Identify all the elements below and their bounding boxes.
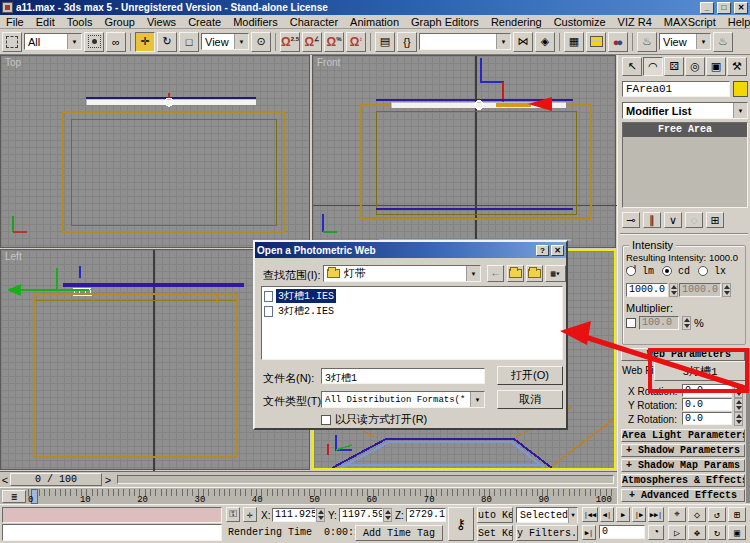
auto-key-button[interactable]: uto Key xyxy=(477,507,513,523)
time-slider[interactable]: < 0 / 100 > xyxy=(0,471,617,487)
y-rotation-spinner[interactable] xyxy=(734,398,743,412)
new-folder-icon[interactable] xyxy=(526,265,543,282)
stack-item-free-area[interactable]: Free Area xyxy=(623,123,747,137)
tab-display[interactable]: ▣ xyxy=(706,57,726,76)
min-max-toggle-icon[interactable]: ▣ xyxy=(728,525,746,540)
chevron-down-icon[interactable]: ▼ xyxy=(470,392,484,407)
cancel-button[interactable]: 取消 xyxy=(497,390,563,409)
absolute-offset-toggle-icon[interactable]: ✛ xyxy=(243,507,257,522)
viewport-front[interactable]: Front xyxy=(312,55,616,248)
configure-modifier-sets-button[interactable]: ⊞ xyxy=(706,212,724,228)
selected-filter-combo[interactable]: Selected▼ xyxy=(516,507,578,523)
panel-scrollbar[interactable] xyxy=(746,348,750,503)
next-frame-icon[interactable]: |▶ xyxy=(632,507,646,522)
selection-lock-icon[interactable]: ⚿ xyxy=(226,507,240,522)
time-slider-left-arrow[interactable]: < xyxy=(0,474,10,486)
quick-render-icon[interactable]: ♨ xyxy=(713,32,733,52)
field-of-view-icon[interactable]: ▷ xyxy=(668,525,686,540)
maxscript-mini-listener[interactable] xyxy=(2,524,222,541)
object-name-field[interactable]: FArea01 xyxy=(622,81,730,97)
maximize-button[interactable]: □ xyxy=(717,2,731,14)
play-icon[interactable]: ▶ xyxy=(616,507,630,522)
zoom-extents-all-icon[interactable]: ⊞ xyxy=(728,507,746,522)
curve-editor-icon[interactable] xyxy=(586,32,606,52)
y-coordinate-field[interactable]: 1197.596 xyxy=(339,508,383,522)
select-and-link-icon[interactable]: ∞ xyxy=(106,32,126,52)
set-key-button[interactable]: Set Key xyxy=(477,525,513,541)
menu-customize[interactable]: Customize xyxy=(548,16,612,28)
menu-modifiers[interactable]: Modifiers xyxy=(227,16,284,28)
menu-help[interactable]: Help xyxy=(722,16,750,28)
radio-cd[interactable]: cd xyxy=(662,266,690,277)
reference-coordinate-combo[interactable]: View▼ xyxy=(201,33,249,50)
use-pivot-center-icon[interactable]: ⊙ xyxy=(251,32,271,52)
radio-lm[interactable]: lm xyxy=(626,266,654,277)
close-button[interactable]: ✕ xyxy=(734,2,748,14)
zoom-icon[interactable]: ⌖ xyxy=(668,507,686,522)
web-file-button[interactable]: 3灯槽1 xyxy=(654,361,746,381)
x-rotation-field[interactable]: 0.0 xyxy=(682,384,732,397)
show-end-result-button[interactable]: ∥ xyxy=(643,212,661,228)
chevron-down-icon[interactable]: ▼ xyxy=(466,266,480,281)
menu-edit[interactable]: Edit xyxy=(30,16,61,28)
dialog-title-bar[interactable]: Open a Photometric Web ? ✕ xyxy=(255,242,566,258)
menu-character[interactable]: Character xyxy=(284,16,344,28)
x-spinner[interactable] xyxy=(316,508,325,522)
key-mode-toggle-icon[interactable]: ▶| xyxy=(582,525,596,540)
arc-rotate-icon[interactable]: ↻ xyxy=(708,525,726,540)
z-rotation-spinner[interactable] xyxy=(734,412,743,426)
time-slider-right-arrow[interactable]: > xyxy=(102,474,114,486)
menu-file[interactable]: File xyxy=(0,16,30,28)
tab-utilities[interactable]: ⚒ xyxy=(727,57,747,76)
tab-modify[interactable]: ◠ xyxy=(643,57,663,76)
intensity-value-field[interactable]: 1000.0 xyxy=(626,283,668,297)
remove-modifier-button[interactable]: ◌ xyxy=(685,212,703,228)
open-button[interactable]: 打开(O) xyxy=(497,366,563,385)
menu-animation[interactable]: Animation xyxy=(344,16,405,28)
select-and-rotate-icon[interactable]: ↻ xyxy=(157,32,177,52)
file-item-selected[interactable]: 3灯槽1.IES xyxy=(264,289,560,303)
key-filters-button[interactable]: Key Filters... xyxy=(516,525,578,541)
previous-frame-icon[interactable]: ◀| xyxy=(600,507,614,522)
tab-create[interactable]: ↖ xyxy=(622,57,642,76)
select-by-name-icon[interactable] xyxy=(84,32,104,52)
align-icon[interactable]: ◈ xyxy=(535,32,555,52)
render-type-combo[interactable]: View▼ xyxy=(659,33,711,50)
menu-create[interactable]: Create xyxy=(182,16,227,28)
y-spinner[interactable] xyxy=(383,508,392,522)
mini-curve-editor-button[interactable]: ≣ xyxy=(2,490,26,503)
modifier-stack[interactable]: Free Area xyxy=(622,122,748,208)
mirror-icon[interactable]: ⋈ xyxy=(513,32,533,52)
time-slider-handle[interactable]: 0 / 100 xyxy=(10,473,102,486)
select-and-move-icon[interactable]: ✛ xyxy=(135,32,155,52)
modifier-list-combo[interactable]: Modifier List▼ xyxy=(622,102,748,119)
current-frame-field[interactable]: 0 xyxy=(599,525,645,539)
chevron-down-icon[interactable]: ▼ xyxy=(496,34,510,49)
multiplier-checkbox[interactable] xyxy=(626,318,636,328)
chevron-down-icon[interactable]: ▼ xyxy=(733,103,747,118)
menu-viz-r4[interactable]: VIZ R4 xyxy=(612,16,658,28)
file-item[interactable]: 3灯槽2.IES xyxy=(264,304,560,318)
zoom-extents-icon[interactable]: ↺ xyxy=(708,507,726,522)
time-slider-track[interactable] xyxy=(117,475,614,484)
up-one-level-icon[interactable] xyxy=(507,265,524,282)
menu-group[interactable]: Group xyxy=(98,16,141,28)
z-coordinate-field[interactable]: 2729.1 xyxy=(406,508,446,522)
chevron-down-icon[interactable]: ▼ xyxy=(696,34,710,49)
menu-tools[interactable]: Tools xyxy=(61,16,99,28)
look-in-combo[interactable]: 灯带 ▼ xyxy=(323,265,481,282)
go-to-end-icon[interactable]: ▶▶| xyxy=(648,507,664,522)
z-rotation-field[interactable]: 0.0 xyxy=(682,412,732,425)
zoom-all-icon[interactable]: ◇ xyxy=(688,507,706,522)
menu-maxscript[interactable]: MAXScript xyxy=(658,16,722,28)
track-bar[interactable]: ≣ 0102030405060708090100 xyxy=(0,487,617,504)
menu-rendering[interactable]: Rendering xyxy=(485,16,548,28)
spinner-snap-icon[interactable]: Ω↕ xyxy=(346,32,366,52)
file-type-combo[interactable]: All Distribution Formats(*.ies, *.ci ▼ xyxy=(321,391,485,408)
web-parameters-rollout[interactable]: - Web Parameters xyxy=(621,348,745,361)
shadow-parameters-rollout[interactable]: + Shadow Parameters xyxy=(621,444,745,457)
angle-snap-icon[interactable]: Ω∠ xyxy=(302,32,322,52)
chevron-down-icon[interactable]: ▼ xyxy=(568,508,577,523)
make-unique-button[interactable]: ∨ xyxy=(664,212,682,228)
tab-hierarchy[interactable]: ⚄ xyxy=(664,57,684,76)
